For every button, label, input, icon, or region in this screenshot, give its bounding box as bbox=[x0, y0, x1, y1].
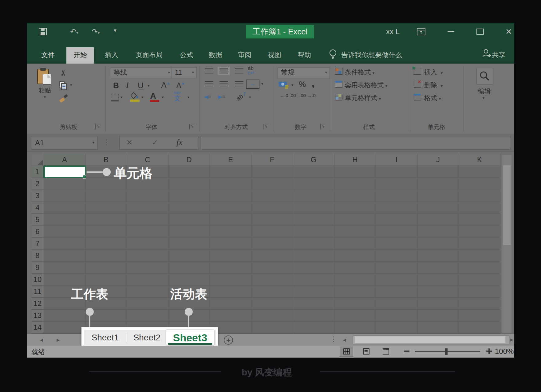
selected-cell-a1[interactable] bbox=[44, 166, 86, 178]
column-header-G[interactable]: G bbox=[293, 154, 334, 166]
select-all-corner[interactable] bbox=[31, 154, 44, 166]
merge-dropdown-icon[interactable]: ▾ bbox=[261, 81, 263, 86]
column-header-J[interactable]: J bbox=[417, 154, 459, 166]
row-header-13[interactable]: 13 bbox=[31, 310, 44, 322]
view-page-layout-button[interactable] bbox=[360, 347, 373, 356]
cell-styles-button[interactable]: 单元格样式 ▾ bbox=[345, 94, 381, 102]
orientation-button[interactable]: ab↗ bbox=[235, 90, 249, 102]
undo-icon[interactable]: ↶▾ bbox=[70, 23, 78, 42]
vertical-scrollbar[interactable] bbox=[502, 155, 511, 333]
zoom-slider-thumb[interactable] bbox=[445, 348, 448, 355]
copy-icon[interactable] bbox=[59, 81, 67, 90]
horizontal-scrollbar-thumb[interactable] bbox=[355, 336, 505, 343]
percent-style-button[interactable]: % bbox=[299, 80, 306, 89]
row-header-5[interactable]: 5 bbox=[31, 214, 44, 226]
insert-cells-button[interactable]: 插入 ▾ bbox=[424, 68, 443, 76]
cut-icon[interactable]: ✂ bbox=[59, 69, 68, 76]
fill-color-button[interactable] bbox=[130, 92, 140, 102]
orientation-dropdown-icon[interactable]: ▾ bbox=[249, 95, 251, 100]
tab-insert[interactable]: 插入 bbox=[99, 47, 124, 64]
sheet-nav-next-icon[interactable]: ▸ bbox=[57, 334, 60, 346]
row-header-4[interactable]: 4 bbox=[31, 202, 44, 214]
redo-icon[interactable]: ↷▾ bbox=[92, 23, 100, 42]
decrease-decimal-button[interactable]: .00 →.0 bbox=[299, 93, 317, 98]
align-right-button[interactable] bbox=[235, 81, 243, 86]
column-header-A[interactable]: A bbox=[44, 154, 85, 166]
increase-decimal-button[interactable]: ←.0 .00 bbox=[280, 93, 297, 98]
decrease-indent-button[interactable]: ◀≡ bbox=[204, 94, 211, 100]
row-header-9[interactable]: 9 bbox=[31, 262, 44, 274]
italic-button[interactable]: I bbox=[126, 81, 129, 90]
copy-dropdown-icon[interactable]: ▾ bbox=[70, 83, 72, 87]
grid-cells[interactable] bbox=[44, 166, 500, 334]
view-page-break-button[interactable] bbox=[379, 347, 392, 356]
font-color-dropdown-icon[interactable]: ▾ bbox=[162, 95, 164, 100]
new-sheet-button[interactable]: + bbox=[224, 335, 233, 345]
zoom-slider-track[interactable] bbox=[415, 351, 480, 352]
fill-color-dropdown-icon[interactable]: ▾ bbox=[141, 95, 144, 100]
format-cells-button[interactable]: 格式 ▾ bbox=[424, 94, 441, 102]
grow-font-button[interactable]: A▲ bbox=[161, 81, 171, 90]
editing-dropdown-icon[interactable]: ▾ bbox=[483, 96, 485, 100]
share-button[interactable]: 共享 bbox=[492, 47, 513, 64]
tab-page-layout[interactable]: 页面布局 bbox=[128, 47, 170, 64]
font-name-select[interactable]: 等线 ▾ bbox=[110, 67, 173, 78]
tab-file[interactable]: 文件 bbox=[34, 47, 61, 64]
clipboard-dialog-launcher-icon[interactable]: ↘ bbox=[95, 124, 101, 129]
tell-me-box[interactable]: 告诉我你想要做什么 bbox=[341, 47, 421, 64]
format-painter-icon[interactable] bbox=[59, 94, 68, 103]
column-header-E[interactable]: E bbox=[210, 154, 251, 166]
column-header-C[interactable]: C bbox=[127, 154, 168, 166]
increase-indent-button[interactable]: ▶≡ bbox=[218, 94, 225, 100]
minimize-button[interactable] bbox=[448, 31, 454, 32]
font-color-button[interactable]: A bbox=[150, 91, 159, 102]
align-left-button[interactable] bbox=[205, 81, 213, 86]
format-as-table-button[interactable]: 套用表格格式 ▾ bbox=[345, 81, 387, 89]
hscroll-left-icon[interactable]: ◂ bbox=[343, 334, 346, 346]
column-header-H[interactable]: H bbox=[334, 154, 376, 166]
formula-bar-splitter[interactable]: ⋮ bbox=[103, 138, 110, 147]
quick-access-dropdown-icon[interactable]: ▾ bbox=[114, 22, 116, 39]
shrink-font-button[interactable]: A▼ bbox=[176, 81, 185, 90]
comma-style-button[interactable]: , bbox=[312, 78, 314, 89]
font-dialog-launcher-icon[interactable]: ↘ bbox=[189, 124, 195, 129]
underline-button[interactable]: U bbox=[138, 81, 144, 90]
account-name[interactable]: xx L bbox=[386, 23, 400, 41]
delete-cells-button[interactable]: 删除 ▾ bbox=[424, 81, 443, 89]
tab-review[interactable]: 审阅 bbox=[232, 47, 258, 64]
column-header-K[interactable]: K bbox=[459, 154, 500, 166]
row-header-10[interactable]: 10 bbox=[31, 274, 44, 286]
cancel-button[interactable]: ✕ bbox=[126, 138, 132, 147]
column-header-B[interactable]: B bbox=[85, 154, 127, 166]
column-header-I[interactable]: I bbox=[376, 154, 417, 166]
tab-home[interactable]: 开始 bbox=[66, 47, 94, 64]
alignment-dialog-launcher-icon[interactable]: ↘ bbox=[263, 124, 269, 129]
column-header-D[interactable]: D bbox=[168, 154, 210, 166]
sheet-nav-prev-icon[interactable]: ◂ bbox=[40, 334, 43, 346]
tab-data[interactable]: 数据 bbox=[203, 47, 228, 64]
zoom-out-button[interactable] bbox=[404, 351, 409, 352]
sheet-tab-sheet1[interactable]: Sheet1 bbox=[85, 330, 125, 345]
align-center-button[interactable] bbox=[219, 81, 228, 86]
sheet-tab-sheet3[interactable]: Sheet3 bbox=[166, 330, 214, 345]
number-format-select[interactable]: 常规 ▾ bbox=[278, 67, 330, 78]
row-header-12[interactable]: 12 bbox=[31, 298, 44, 310]
row-header-2[interactable]: 2 bbox=[31, 178, 44, 190]
number-dialog-launcher-icon[interactable]: ↘ bbox=[320, 124, 326, 129]
editing-group-button[interactable]: 编辑 bbox=[476, 87, 492, 96]
save-icon[interactable] bbox=[39, 28, 47, 35]
find-select-button[interactable] bbox=[476, 68, 493, 84]
row-header-14[interactable]: 14 bbox=[31, 322, 44, 334]
sheet-tab-sheet2[interactable]: Sheet2 bbox=[129, 330, 165, 345]
conditional-formatting-button[interactable]: 条件格式 ▾ bbox=[345, 68, 374, 76]
bold-button[interactable]: B bbox=[113, 81, 119, 90]
row-header-11[interactable]: 11 bbox=[31, 286, 44, 298]
zoom-level[interactable]: 100% bbox=[495, 347, 514, 356]
tab-formulas[interactable]: 公式 bbox=[174, 47, 199, 64]
borders-button[interactable] bbox=[111, 94, 119, 101]
accounting-dropdown-icon[interactable]: ▾ bbox=[291, 83, 294, 87]
close-button[interactable]: ✕ bbox=[505, 23, 512, 41]
hscroll-right-icon[interactable]: ▸ bbox=[510, 334, 513, 346]
row-header-6[interactable]: 6 bbox=[31, 226, 44, 238]
vertical-scrollbar-thumb[interactable] bbox=[503, 165, 511, 245]
